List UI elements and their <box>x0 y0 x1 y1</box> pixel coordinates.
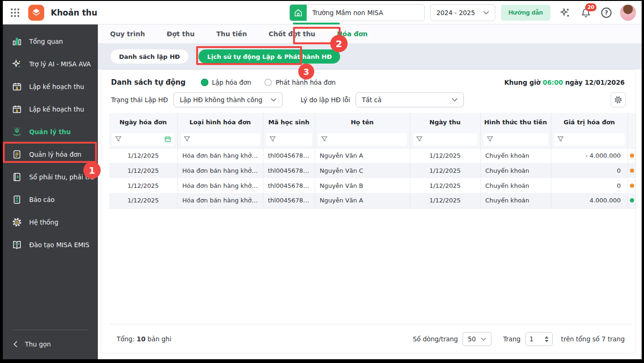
funnel-icon <box>557 136 564 142</box>
cell-invoice-value: 4.000.000 <box>551 193 628 208</box>
increment-icon <box>545 336 549 339</box>
report-icon <box>11 194 23 205</box>
panel-title: Danh sách tự động <box>111 78 186 87</box>
col-header-loai-hinh: Loại hình hóa đơn <box>177 113 263 131</box>
tab-quy-trinh[interactable]: Quy trình <box>110 30 145 38</box>
table-row[interactable]: 1/12/2025 Hóa đơn bán hàng khởi tạo t...… <box>109 163 635 178</box>
filter-input-ngay-hoa-don[interactable] <box>112 133 175 145</box>
sidebar-item-label: Tổng quan <box>29 38 63 45</box>
table-filter-row <box>109 131 635 148</box>
help-icon[interactable]: ? <box>600 7 612 19</box>
ai-assistant-icon <box>11 58 23 70</box>
app-grid-icon[interactable] <box>10 8 20 17</box>
funnel-icon <box>184 136 190 142</box>
cell-student-id: thl004567894 <box>263 148 315 163</box>
annotation-badge-2: 2 <box>330 35 348 52</box>
table-row[interactable]: 1/12/2025 Hóa đơn bán hàng khởi tạo t...… <box>109 193 635 208</box>
rows-per-page-select[interactable]: 50 <box>462 332 492 346</box>
radio-unselected-icon <box>264 79 272 86</box>
sidebar-item-bao-cao[interactable]: Báo cáo <box>3 188 98 211</box>
radio-phat-hanh-hoa-don[interactable]: Phát hành hóa đơn <box>264 79 336 86</box>
sidebar-item-label: Quản lý thu <box>29 128 71 136</box>
cell-invoice-type: Hóa đơn bán hàng khởi tạo t... <box>177 178 263 193</box>
guide-button[interactable]: Hướng dẫn <box>501 5 550 21</box>
sidebar-item-lap-ke-hoach-thu-2[interactable]: $ Lập kế hoạch thu <box>3 98 98 121</box>
sidebar-item-dao-tao[interactable]: Đào tạo MISA EMIS <box>3 234 98 256</box>
tab-dot-thu[interactable]: Đợt thu <box>167 30 195 38</box>
col-header-gia-tri: Giá trị hóa đơn <box>551 113 628 131</box>
chevron-down-icon <box>270 98 277 102</box>
subtab-danh-sach-lap-hd[interactable]: Danh sách lập HĐ <box>111 49 188 64</box>
chevron-down-icon <box>481 338 486 341</box>
funnel-icon <box>115 136 121 142</box>
status-dot <box>630 169 634 173</box>
filter-select-ly-do[interactable]: Tất cả <box>356 92 464 107</box>
sidebar: Tổng quan Trợ lý AI - MISA AVA $ Lập kế … <box>3 24 98 359</box>
filter-select-trang-thai[interactable]: Lập HĐ không thành công <box>174 92 283 107</box>
cell-invoice-date: 1/12/2025 <box>109 163 177 178</box>
school-selector[interactable]: Trường Mầm non MISA <box>289 4 425 21</box>
table-settings-button[interactable] <box>611 92 626 107</box>
cell-invoice-date: 1/12/2025 <box>109 178 177 193</box>
sidebar-item-tro-ly-ai[interactable]: Trợ lý AI - MISA AVA <box>3 53 98 75</box>
screenshot-frame: Khoản thu Trường Mầm non MISA 2024 - 202… <box>0 0 644 363</box>
invoice-table: Ngày hóa đơn Loại hình hóa đơn Mã học si… <box>109 113 635 209</box>
home-icon <box>290 4 307 21</box>
filter-input-ma-hoc-sinh[interactable] <box>266 133 312 145</box>
cell-method: Chuyển khoản <box>480 178 551 193</box>
panel-header: Danh sách tự động Lập hóa đơn Phát hành … <box>111 75 625 89</box>
notifications-bell-icon[interactable]: 20 <box>580 7 592 19</box>
cell-invoice-type: Hóa đơn bán hàng khởi tạo t... <box>177 193 263 208</box>
sidebar-item-quan-ly-hoa-don[interactable]: Quản lý hóa đơn <box>3 143 98 166</box>
sidebar-item-tong-quan[interactable]: Tổng quan <box>3 30 98 53</box>
status-dot <box>630 184 634 188</box>
invoice-doc-icon <box>11 149 23 160</box>
status-dot <box>630 153 634 158</box>
filter-input-gia-tri[interactable] <box>554 133 625 145</box>
open-book-icon <box>11 239 23 250</box>
sidebar-menu: Tổng quan Trợ lý AI - MISA AVA $ Lập kế … <box>3 24 98 256</box>
table-row[interactable]: 1/12/2025 Hóa đơn bán hàng khởi tạo t...… <box>109 148 635 163</box>
filter-input-loai-hinh[interactable] <box>181 133 260 145</box>
sidebar-item-quan-ly-thu[interactable]: $ Quản lý thu <box>3 121 98 143</box>
calendar-icon[interactable] <box>164 136 171 143</box>
col-header-ngay-hoa-don: Ngày hóa đơn <box>109 113 177 131</box>
ledger-book-icon: $ <box>11 171 23 183</box>
school-year-value: 2024 - 2025 <box>437 9 475 16</box>
gear-icon <box>614 96 622 104</box>
sidebar-item-lap-ke-hoach-thu-1[interactable]: $ Lập kế hoạch thu <box>3 75 98 98</box>
topbar-controls: Trường Mầm non MISA 2024 - 2025 Hướng dẫ… <box>289 4 636 21</box>
chevron-down-icon <box>452 98 458 102</box>
tab-chot-dot-thu[interactable]: Chốt đợt thu <box>269 30 315 38</box>
list-type-radio-group: Lập hóa đơn Phát hành hóa đơn <box>201 79 336 86</box>
status-dot <box>630 198 634 202</box>
cell-student-id: thl004567896 <box>263 178 315 193</box>
sidebar-item-label: Trợ lý AI - MISA AVA <box>29 60 91 68</box>
sidebar-item-label: Lập kế hoạch thu <box>29 105 84 113</box>
top-bar: Khoản thu Trường Mầm non MISA 2024 - 202… <box>3 1 642 24</box>
main-area: Quy trình Đợt thu Thu tiền Chốt đợt thu … <box>98 24 642 359</box>
stepper-arrows[interactable] <box>545 336 549 342</box>
filter-input-ngay-thu[interactable] <box>413 133 477 145</box>
app-window: Khoản thu Trường Mầm non MISA 2024 - 202… <box>3 1 642 359</box>
tab-thu-tien[interactable]: Thu tiền <box>216 30 247 38</box>
filter-input-ho-ten[interactable] <box>318 133 407 145</box>
ai-sparkle-icon[interactable] <box>559 7 571 19</box>
table-row[interactable]: 1/12/2025 Hóa đơn bán hàng khởi tạo t...… <box>109 178 635 193</box>
radio-lap-hoa-don[interactable]: Lập hóa đơn <box>201 79 251 86</box>
filter-input-hinh-thuc[interactable] <box>484 133 548 145</box>
page-number-stepper[interactable]: 1 <box>525 332 553 346</box>
subtab-lich-su-tu-dong[interactable]: Lịch sử tự động Lập & Phát hành HĐ <box>199 49 340 64</box>
sidebar-item-label: Quản lý hóa đơn <box>29 151 81 158</box>
cell-student-name: Nguyễn Văn B <box>315 178 410 193</box>
funnel-icon <box>270 136 276 142</box>
calendar-money-icon: $ <box>11 81 23 92</box>
svg-text:$: $ <box>16 175 19 179</box>
avatar[interactable] <box>620 5 636 21</box>
sidebar-collapse-button[interactable]: Thu gọn <box>3 336 98 353</box>
sidebar-item-he-thong[interactable]: Hệ thống <box>3 211 98 234</box>
bar-chart-icon <box>11 36 23 47</box>
cell-student-name: Nguyễn Văn A <box>315 193 410 208</box>
cell-collect-date: 1/12/2025 <box>410 178 480 193</box>
school-year-select[interactable]: 2024 - 2025 <box>430 4 495 21</box>
